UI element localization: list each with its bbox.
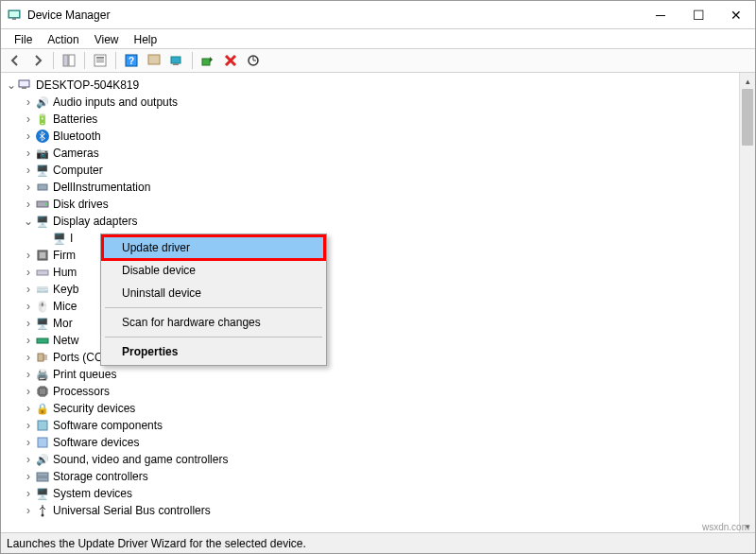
expander-icon[interactable] [22, 162, 35, 180]
expander-icon[interactable] [22, 213, 35, 231]
expander-icon[interactable] [22, 179, 35, 197]
expander-icon[interactable] [22, 468, 35, 486]
storage-controller-icon [35, 469, 50, 484]
tree-node[interactable]: 🖥️System devices [1, 485, 755, 502]
menu-action[interactable]: Action [40, 31, 86, 46]
root-node[interactable]: DESKTOP-504K819 [1, 77, 755, 94]
tree-node-display-adapters[interactable]: 🖥️Display adapters [1, 213, 755, 230]
expander-icon[interactable] [22, 332, 35, 350]
node-label: Batteries [53, 111, 97, 128]
context-menu-properties[interactable]: Properties [103, 340, 324, 363]
svg-rect-19 [38, 184, 47, 190]
expander-icon[interactable] [22, 94, 35, 112]
context-menu-separator [105, 337, 322, 338]
expander-icon[interactable] [22, 417, 35, 435]
statusbar: Launches the Update Driver Wizard for th… [1, 532, 755, 553]
expander-icon[interactable] [22, 400, 35, 418]
expander-icon[interactable] [22, 434, 35, 452]
toolbar-separator [192, 52, 193, 69]
expander-icon[interactable] [22, 451, 35, 469]
tree-node[interactable]: 🔋Batteries [1, 111, 755, 128]
svg-rect-31 [37, 477, 48, 481]
tree-node[interactable]: 🔊Sound, video and game controllers [1, 451, 755, 468]
software-component-icon [35, 418, 50, 433]
show-hide-tree-button[interactable] [59, 50, 79, 71]
tree-node[interactable]: Software devices [1, 434, 755, 451]
help-button[interactable]: ? [121, 50, 142, 71]
menu-file[interactable]: File [7, 31, 40, 46]
expander-icon[interactable] [22, 264, 35, 282]
uninstall-device-button[interactable] [220, 50, 241, 71]
display-icon: 🖥️ [52, 231, 67, 246]
network-icon [35, 333, 50, 348]
vertical-scrollbar[interactable]: ▴ ▾ [739, 73, 755, 534]
svg-rect-28 [38, 421, 47, 430]
update-driver-button[interactable] [166, 50, 187, 71]
tree-node[interactable]: 🔊Audio inputs and outputs [1, 94, 755, 111]
svg-rect-29 [38, 438, 47, 447]
minimize-button[interactable]: ─ [642, 1, 679, 29]
tree-node[interactable]: DellInstrumentation [1, 179, 755, 196]
node-label: Processors [53, 383, 110, 400]
svg-point-32 [42, 514, 44, 517]
context-menu-disable-device[interactable]: Disable device [103, 259, 324, 282]
expander-icon[interactable] [22, 383, 35, 401]
expander-icon[interactable] [22, 502, 35, 520]
ports-icon [35, 350, 50, 365]
tree-node[interactable]: 🖨️Print queues [1, 366, 755, 383]
svg-rect-1 [9, 11, 19, 17]
tree-node[interactable]: Storage controllers [1, 468, 755, 485]
enable-device-button[interactable] [198, 50, 218, 71]
tree-node[interactable]: Universal Serial Bus controllers [1, 502, 755, 519]
expander-icon[interactable] [5, 77, 18, 95]
expander-icon[interactable] [22, 281, 35, 299]
expander-icon[interactable] [22, 298, 35, 316]
expander-icon[interactable] [22, 366, 35, 384]
expander-icon[interactable] [22, 145, 35, 163]
forward-button[interactable] [27, 50, 48, 71]
expander-icon[interactable] [22, 485, 35, 503]
mouse-icon: 🖱️ [35, 299, 50, 314]
node-label: Software devices [53, 434, 139, 451]
node-label: Sound, video and game controllers [53, 451, 228, 468]
context-menu-uninstall-device[interactable]: Uninstall device [103, 282, 324, 304]
maximize-button[interactable]: ☐ [679, 1, 717, 29]
scan-hardware-button[interactable] [243, 50, 264, 71]
back-button[interactable] [5, 50, 26, 71]
bluetooth-icon [35, 129, 50, 144]
tree-node[interactable]: 🔒Security devices [1, 400, 755, 417]
usb-icon [35, 503, 50, 518]
close-button[interactable]: ✕ [717, 1, 755, 29]
node-label: Computer [53, 162, 103, 179]
toolbar-button[interactable] [144, 50, 164, 71]
context-menu-update-driver[interactable]: Update driver [103, 236, 324, 259]
tree-node[interactable]: Processors [1, 383, 755, 400]
scroll-up-button[interactable]: ▴ [740, 73, 755, 89]
expander-icon[interactable] [22, 247, 35, 265]
menu-view[interactable]: View [87, 31, 127, 46]
expander-icon[interactable] [22, 196, 35, 214]
svg-rect-6 [96, 57, 104, 59]
expander-icon[interactable] [22, 111, 35, 129]
tree-node[interactable]: 📷Cameras [1, 145, 755, 162]
svg-rect-8 [96, 61, 104, 62]
svg-rect-24 [37, 270, 48, 275]
tree-node[interactable]: 🖥️Computer [1, 162, 755, 179]
tree-node[interactable]: Bluetooth [1, 128, 755, 145]
expander-icon[interactable] [22, 315, 35, 333]
expander-icon[interactable] [22, 128, 35, 146]
tree-node[interactable]: Disk drives [1, 196, 755, 213]
svg-rect-25 [37, 338, 48, 343]
battery-icon: 🔋 [35, 112, 50, 127]
tree-node[interactable]: Software components [1, 417, 755, 434]
node-label: Mor [53, 315, 73, 332]
menu-help[interactable]: Help [127, 31, 165, 46]
expander-icon[interactable] [22, 349, 35, 367]
context-menu-scan[interactable]: Scan for hardware changes [103, 311, 324, 334]
node-label: Keyb [53, 281, 78, 298]
svg-rect-2 [12, 18, 16, 20]
scroll-thumb[interactable] [742, 89, 753, 146]
app-icon [7, 8, 22, 23]
printer-icon: 🖨️ [35, 367, 50, 382]
properties-button[interactable] [90, 50, 111, 71]
